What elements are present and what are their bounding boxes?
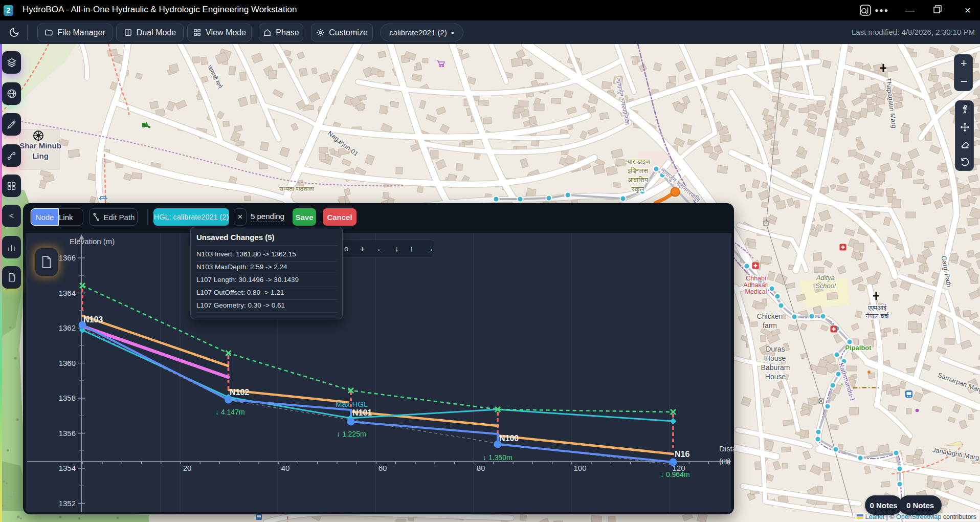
svg-text:↓ 1.225m: ↓ 1.225m: [337, 430, 366, 438]
svg-text:20: 20: [183, 464, 192, 472]
svg-text:1362: 1362: [59, 323, 76, 332]
svg-text:80: 80: [477, 464, 485, 472]
svg-text:Chicken: Chicken: [757, 312, 783, 320]
svg-text:1366: 1366: [59, 253, 76, 262]
svg-text:N103: N103: [83, 315, 103, 324]
svg-text:इङ्ग्लिस: इङ्ग्लिस: [627, 167, 648, 175]
svg-text:Shar Minub: Shar Minub: [19, 141, 61, 150]
svg-text:Distance: Distance: [719, 444, 734, 453]
svg-text:40: 40: [281, 464, 290, 472]
svg-text:N100: N100: [499, 434, 519, 443]
svg-text:1364: 1364: [59, 289, 76, 297]
svg-text:Adhakari: Adhakari: [743, 281, 768, 289]
svg-text:↓ 4.147m: ↓ 4.147m: [215, 408, 245, 416]
svg-text:100: 100: [573, 464, 586, 472]
svg-text:1356: 1356: [59, 429, 76, 438]
svg-text:Pipalbot: Pipalbot: [845, 344, 872, 352]
svg-text:सभ्यता पाठशाला: सभ्यता पाठशाला: [279, 185, 314, 192]
svg-text:1354: 1354: [59, 464, 76, 472]
svg-text:1358: 1358: [59, 394, 76, 402]
svg-text:Chhabi: Chhabi: [746, 275, 766, 282]
svg-text:N101: N101: [352, 408, 372, 417]
svg-text:Duras: Duras: [766, 345, 785, 353]
svg-text:↓ 0.964m: ↓ 0.964m: [660, 470, 690, 478]
svg-text:(m): (m): [719, 456, 731, 465]
svg-text:Aditya: Aditya: [816, 274, 835, 281]
svg-text:1352: 1352: [59, 499, 76, 508]
svg-text:↓ 1.350m: ↓ 1.350m: [483, 453, 513, 462]
svg-text:नेपाल चर्च: नेपाल चर्च: [865, 312, 889, 320]
svg-text:Medical: Medical: [745, 288, 767, 295]
svg-text:प्याराडाइज: प्याराडाइज: [625, 158, 651, 165]
svg-text:Elevation (m): Elevation (m): [70, 237, 115, 246]
svg-text:Ling: Ling: [32, 151, 49, 160]
svg-text:School: School: [815, 282, 836, 290]
svg-text:N102: N102: [230, 388, 249, 397]
svg-text:आवासिय: आवासिय: [628, 176, 649, 184]
svg-text:स्कुल: स्कुल: [631, 185, 644, 193]
svg-text:60: 60: [378, 464, 387, 472]
svg-text:N16: N16: [675, 450, 689, 459]
svg-text:Max HGL: Max HGL: [336, 400, 368, 408]
svg-text:House: House: [765, 373, 786, 381]
svg-text:farm: farm: [763, 321, 777, 330]
svg-text:एएमआई: एएमआई: [867, 304, 887, 312]
svg-text:Baburam: Baburam: [761, 363, 790, 372]
svg-text:1360: 1360: [59, 359, 76, 367]
svg-text:House: House: [765, 354, 786, 362]
